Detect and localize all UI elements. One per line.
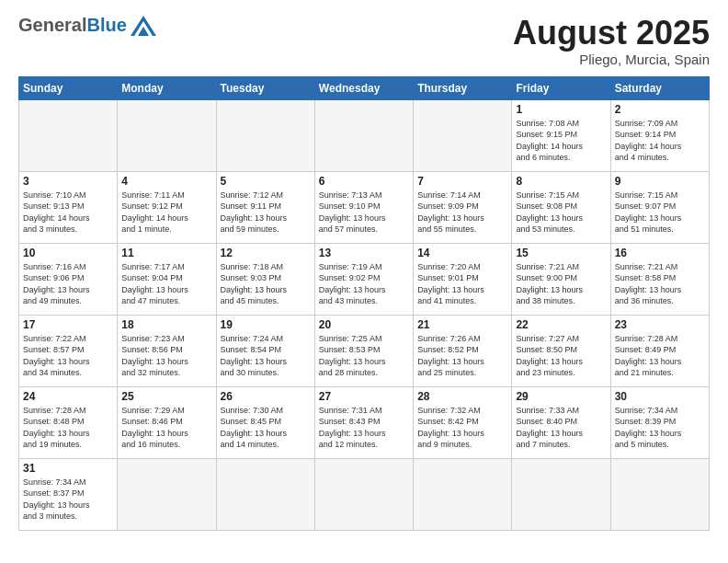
day-number-2: 2	[615, 103, 705, 116]
day-5: 5 Sunrise: 7:12 AMSunset: 9:11 PMDayligh…	[216, 171, 314, 243]
day-number-11: 11	[121, 247, 211, 259]
day-number-14: 14	[417, 247, 507, 259]
day-info-13: Sunrise: 7:19 AMSunset: 9:02 PMDaylight:…	[319, 261, 409, 307]
day-number-10: 10	[23, 247, 113, 259]
day-info-8: Sunrise: 7:15 AMSunset: 9:08 PMDaylight:…	[516, 190, 606, 236]
day-number-26: 26	[221, 390, 311, 403]
day-24: 24 Sunrise: 7:28 AMSunset: 8:48 PMDaylig…	[19, 386, 118, 458]
week-row-5: 24 Sunrise: 7:28 AMSunset: 8:48 PMDaylig…	[19, 386, 710, 458]
day-number-28: 28	[417, 390, 507, 403]
day-4: 4 Sunrise: 7:11 AMSunset: 9:12 PMDayligh…	[118, 171, 216, 243]
week-row-3: 10 Sunrise: 7:16 AMSunset: 9:06 PMDaylig…	[19, 243, 710, 315]
header-monday: Monday	[118, 76, 216, 99]
day-info-28: Sunrise: 7:32 AMSunset: 8:42 PMDaylight:…	[417, 405, 507, 451]
logo-icon	[131, 16, 156, 36]
day-17: 17 Sunrise: 7:22 AMSunset: 8:57 PMDaylig…	[19, 315, 118, 386]
day-info-23: Sunrise: 7:28 AMSunset: 8:49 PMDaylight:…	[615, 333, 705, 379]
week-row-4: 17 Sunrise: 7:22 AMSunset: 8:57 PMDaylig…	[19, 315, 710, 386]
page: General Blue August 2025 Pliego, Murcia,…	[0, 0, 728, 540]
day-8: 8 Sunrise: 7:15 AMSunset: 9:08 PMDayligh…	[512, 171, 610, 243]
day-info-14: Sunrise: 7:20 AMSunset: 9:01 PMDaylight:…	[417, 261, 507, 307]
day-15: 15 Sunrise: 7:21 AMSunset: 9:00 PMDaylig…	[512, 243, 610, 315]
day-info-27: Sunrise: 7:31 AMSunset: 8:43 PMDaylight:…	[319, 405, 409, 451]
day-21: 21 Sunrise: 7:26 AMSunset: 8:52 PMDaylig…	[414, 315, 512, 386]
day-empty-5	[414, 99, 512, 171]
month-title: August 2025	[513, 15, 710, 52]
week-row-2: 3 Sunrise: 7:10 AMSunset: 9:13 PMDayligh…	[19, 171, 710, 243]
day-number-18: 18	[121, 318, 211, 331]
header-sunday: Sunday	[19, 76, 118, 99]
day-empty-3	[216, 99, 314, 171]
logo-blue-text: Blue	[86, 15, 126, 36]
calendar-table: Sunday Monday Tuesday Wednesday Thursday…	[18, 76, 710, 531]
day-7: 7 Sunrise: 7:14 AMSunset: 9:09 PMDayligh…	[414, 171, 512, 243]
day-16: 16 Sunrise: 7:21 AMSunset: 8:58 PMDaylig…	[610, 243, 709, 315]
day-number-4: 4	[121, 175, 211, 188]
day-info-7: Sunrise: 7:14 AMSunset: 9:09 PMDaylight:…	[417, 190, 507, 236]
day-31: 31 Sunrise: 7:34 AMSunset: 8:37 PMDaylig…	[19, 458, 118, 530]
day-23: 23 Sunrise: 7:28 AMSunset: 8:49 PMDaylig…	[610, 315, 709, 386]
day-11: 11 Sunrise: 7:17 AMSunset: 9:04 PMDaylig…	[118, 243, 216, 315]
day-info-4: Sunrise: 7:11 AMSunset: 9:12 PMDaylight:…	[121, 190, 211, 236]
title-area: August 2025 Pliego, Murcia, Spain	[513, 15, 710, 67]
day-number-29: 29	[516, 390, 606, 403]
day-2: 2 Sunrise: 7:09 AMSunset: 9:14 PMDayligh…	[610, 99, 709, 171]
day-empty-aug37	[610, 458, 709, 530]
day-info-31: Sunrise: 7:34 AMSunset: 8:37 PMDaylight:…	[23, 477, 113, 523]
day-number-8: 8	[516, 175, 606, 188]
header-wednesday: Wednesday	[314, 76, 413, 99]
week-row-1: 1 Sunrise: 7:08 AMSunset: 9:15 PMDayligh…	[19, 99, 710, 171]
day-6: 6 Sunrise: 7:13 AMSunset: 9:10 PMDayligh…	[314, 171, 413, 243]
day-number-19: 19	[221, 318, 311, 331]
day-info-12: Sunrise: 7:18 AMSunset: 9:03 PMDaylight:…	[221, 261, 311, 307]
weekday-header-row: Sunday Monday Tuesday Wednesday Thursday…	[19, 76, 710, 99]
day-info-24: Sunrise: 7:28 AMSunset: 8:48 PMDaylight:…	[23, 405, 113, 451]
day-number-5: 5	[221, 175, 311, 188]
day-empty-aug32	[118, 458, 216, 530]
day-number-31: 31	[23, 462, 113, 475]
day-9: 9 Sunrise: 7:15 AMSunset: 9:07 PMDayligh…	[610, 171, 709, 243]
header-tuesday: Tuesday	[216, 76, 314, 99]
day-number-9: 9	[615, 175, 705, 188]
day-info-22: Sunrise: 7:27 AMSunset: 8:50 PMDaylight:…	[516, 333, 606, 379]
day-number-3: 3	[23, 175, 113, 188]
day-number-13: 13	[319, 247, 409, 259]
day-22: 22 Sunrise: 7:27 AMSunset: 8:50 PMDaylig…	[512, 315, 610, 386]
day-info-5: Sunrise: 7:12 AMSunset: 9:11 PMDaylight:…	[221, 190, 311, 236]
day-19: 19 Sunrise: 7:24 AMSunset: 8:54 PMDaylig…	[216, 315, 314, 386]
location-title: Pliego, Murcia, Spain	[513, 52, 710, 67]
day-info-3: Sunrise: 7:10 AMSunset: 9:13 PMDaylight:…	[23, 190, 113, 236]
day-empty-2	[118, 99, 216, 171]
day-info-17: Sunrise: 7:22 AMSunset: 8:57 PMDaylight:…	[23, 333, 113, 379]
day-number-24: 24	[23, 390, 113, 403]
day-25: 25 Sunrise: 7:29 AMSunset: 8:46 PMDaylig…	[118, 386, 216, 458]
day-empty-aug34	[314, 458, 413, 530]
day-info-21: Sunrise: 7:26 AMSunset: 8:52 PMDaylight:…	[417, 333, 507, 379]
day-20: 20 Sunrise: 7:25 AMSunset: 8:53 PMDaylig…	[314, 315, 413, 386]
day-27: 27 Sunrise: 7:31 AMSunset: 8:43 PMDaylig…	[314, 386, 413, 458]
day-number-27: 27	[319, 390, 409, 403]
day-number-1: 1	[516, 103, 606, 116]
day-number-25: 25	[121, 390, 211, 403]
day-info-11: Sunrise: 7:17 AMSunset: 9:04 PMDaylight:…	[121, 261, 211, 307]
day-number-15: 15	[516, 247, 606, 259]
day-30: 30 Sunrise: 7:34 AMSunset: 8:39 PMDaylig…	[610, 386, 709, 458]
day-number-22: 22	[516, 318, 606, 331]
day-empty-aug35	[414, 458, 512, 530]
day-info-15: Sunrise: 7:21 AMSunset: 9:00 PMDaylight:…	[516, 261, 606, 307]
day-info-26: Sunrise: 7:30 AMSunset: 8:45 PMDaylight:…	[221, 405, 311, 451]
day-number-17: 17	[23, 318, 113, 331]
day-info-16: Sunrise: 7:21 AMSunset: 8:58 PMDaylight:…	[615, 261, 705, 307]
logo: General Blue	[18, 15, 156, 36]
day-14: 14 Sunrise: 7:20 AMSunset: 9:01 PMDaylig…	[414, 243, 512, 315]
day-number-30: 30	[615, 390, 705, 403]
day-info-18: Sunrise: 7:23 AMSunset: 8:56 PMDaylight:…	[121, 333, 211, 379]
day-1: 1 Sunrise: 7:08 AMSunset: 9:15 PMDayligh…	[512, 99, 610, 171]
day-number-7: 7	[417, 175, 507, 188]
header-thursday: Thursday	[414, 76, 512, 99]
day-info-19: Sunrise: 7:24 AMSunset: 8:54 PMDaylight:…	[221, 333, 311, 379]
day-info-25: Sunrise: 7:29 AMSunset: 8:46 PMDaylight:…	[121, 405, 211, 451]
day-info-10: Sunrise: 7:16 AMSunset: 9:06 PMDaylight:…	[23, 261, 113, 307]
day-3: 3 Sunrise: 7:10 AMSunset: 9:13 PMDayligh…	[19, 171, 118, 243]
day-18: 18 Sunrise: 7:23 AMSunset: 8:56 PMDaylig…	[118, 315, 216, 386]
